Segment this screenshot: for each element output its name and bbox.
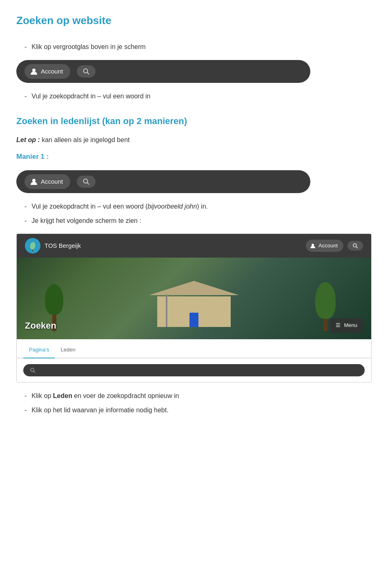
search-icon-1 bbox=[82, 68, 90, 75]
nav-bar-mock-2: Account bbox=[16, 170, 310, 193]
svg-line-5 bbox=[87, 182, 89, 185]
ws-search-icon bbox=[352, 243, 358, 249]
building-shape bbox=[157, 296, 231, 327]
manier-label: Manier 1 : bbox=[16, 151, 376, 162]
user-icon-1 bbox=[30, 68, 38, 75]
ws-search-input-icon bbox=[30, 367, 36, 373]
bullet-item-1: - Klik op vergrootglas boven in je scher… bbox=[24, 42, 376, 52]
ws-menu-btn[interactable]: ☰ Menu bbox=[330, 318, 363, 333]
account-button-2[interactable]: Account bbox=[24, 174, 70, 189]
svg-point-9 bbox=[31, 368, 34, 371]
page-title: Zoeken op website bbox=[16, 12, 376, 29]
ws-hero: Zoeken ☰ Menu bbox=[17, 258, 371, 339]
leden-bold: Leden bbox=[53, 392, 72, 399]
tree-right-trunk bbox=[323, 319, 327, 331]
bullet-text-1: Klik op vergrootglas boven in je scherm bbox=[31, 42, 145, 52]
ws-search-input-mock[interactable] bbox=[23, 364, 365, 376]
bullet-item-6: - Klik op het lid waarvan je informatie … bbox=[24, 405, 376, 416]
bullet-text-6: Klik op het lid waarvan je informatie no… bbox=[31, 405, 168, 416]
bullet-text-5: Klik op Leden en voer de zoekopdracht op… bbox=[31, 391, 179, 401]
ws-logo-text: TOS Bergeijk bbox=[45, 241, 81, 251]
search-button-1[interactable] bbox=[77, 65, 96, 78]
svg-line-2 bbox=[87, 73, 89, 75]
bullet-dash-3: - bbox=[24, 201, 27, 212]
bullet-text-3: Vul je zoekopdracht in – vul een woord (… bbox=[31, 201, 208, 212]
svg-point-0 bbox=[32, 69, 36, 72]
account-button-1[interactable]: Account bbox=[24, 64, 70, 79]
bullet-item-2: - Vul je zoekopdracht in – vul een woord… bbox=[24, 91, 376, 102]
bullet-item-3: - Vul je zoekopdracht in – vul een woord… bbox=[24, 201, 376, 212]
let-op-body: kan alleen als je ingelogd bent bbox=[40, 136, 130, 143]
account-label-1: Account bbox=[41, 67, 63, 76]
ws-logo: TOS Bergeijk bbox=[25, 238, 81, 253]
building-door bbox=[189, 313, 198, 327]
svg-point-1 bbox=[84, 69, 88, 73]
building-roof bbox=[149, 281, 239, 295]
svg-point-4 bbox=[84, 179, 88, 183]
ws-tab-paginas[interactable]: Pagina's bbox=[23, 343, 55, 358]
search-button-2[interactable] bbox=[77, 176, 96, 188]
ws-tab-leden[interactable]: Leden bbox=[55, 343, 81, 358]
let-op-text: Let op : kan alleen als je ingelogd bent bbox=[16, 135, 376, 145]
ws-user-icon bbox=[310, 243, 316, 249]
bullet-dash: - bbox=[24, 42, 27, 52]
bullet-italic-word: bijvoorbeeld john bbox=[147, 203, 197, 210]
svg-point-7 bbox=[353, 244, 356, 247]
website-screenshot: TOS Bergeijk Account bbox=[16, 233, 372, 382]
svg-line-8 bbox=[356, 247, 358, 248]
let-op-label: Let op : bbox=[16, 136, 40, 143]
search-icon-2 bbox=[82, 178, 90, 185]
lamp-post bbox=[166, 294, 167, 327]
bullet-dash-6: - bbox=[24, 405, 27, 416]
svg-line-10 bbox=[33, 371, 35, 373]
nav-bar-mock-1: Account bbox=[16, 60, 310, 83]
ws-search-btn[interactable] bbox=[347, 241, 363, 251]
ws-logo-icon bbox=[25, 238, 40, 253]
bullet-item-4: - Je krijgt het volgende scherm te zien … bbox=[24, 216, 376, 226]
bullet-dash-5: - bbox=[24, 391, 27, 401]
tree-right-top bbox=[315, 282, 336, 319]
bullet-item-5: - Klik op Leden en voer de zoekopdracht … bbox=[24, 391, 376, 401]
ws-account-label: Account bbox=[318, 242, 338, 250]
ws-header: TOS Bergeijk Account bbox=[17, 234, 371, 258]
ws-tabs-row: Pagina's Leden bbox=[17, 339, 371, 358]
ws-account-btn[interactable]: Account bbox=[306, 240, 343, 252]
section-ledenlijst-title: Zoeken in ledenlijst (kan op 2 manieren) bbox=[16, 114, 376, 128]
svg-point-3 bbox=[32, 179, 36, 182]
ws-search-row bbox=[17, 358, 371, 382]
bullet-dash-4: - bbox=[24, 216, 27, 226]
bullet-dash-2: - bbox=[24, 91, 27, 102]
account-label-2: Account bbox=[41, 177, 63, 187]
ws-menu-label: Menu bbox=[344, 321, 357, 330]
tree-top bbox=[45, 284, 63, 315]
ws-nav-right: Account bbox=[306, 240, 363, 252]
ws-menu-lines-icon: ☰ bbox=[336, 321, 341, 330]
user-icon-2 bbox=[30, 178, 38, 185]
bullet-text-2: Vul je zoekopdracht in – vul een woord i… bbox=[31, 91, 150, 102]
bullet-text-4: Je krijgt het volgende scherm te zien : bbox=[31, 216, 141, 226]
ws-zoeken-title: Zoeken bbox=[25, 318, 56, 333]
